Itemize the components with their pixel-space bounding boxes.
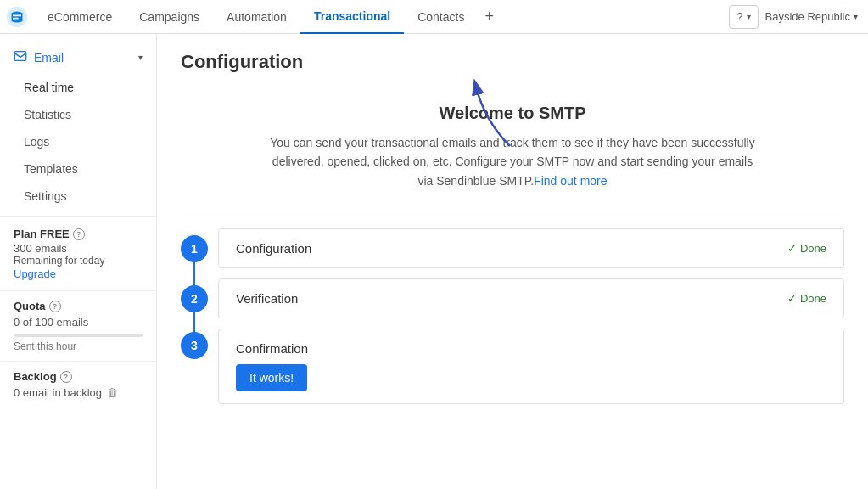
step-1-circle: 1	[181, 235, 208, 262]
logo[interactable]	[0, 0, 34, 34]
plan-section: Plan FREE ? 300 emails Remaining for tod…	[0, 216, 156, 290]
nav-automation[interactable]: Automation	[213, 0, 300, 34]
page-title: Configuration	[181, 51, 844, 73]
check-icon-1: ✓	[787, 242, 797, 255]
step-1-card: Configuration ✓ Done	[218, 228, 844, 268]
welcome-description: You can send your transactional emails a…	[266, 133, 759, 190]
sidebar-item-logs[interactable]: Logs	[0, 128, 156, 155]
svg-rect-1	[14, 52, 25, 61]
nav-right: ? ▾ Bayside Republic ▾	[729, 5, 868, 29]
backlog-title: Backlog ?	[14, 370, 143, 383]
account-chevron-icon: ▾	[854, 12, 858, 21]
nav-contacts[interactable]: Contacts	[404, 0, 478, 34]
sidebar-email-label: Email	[34, 51, 64, 65]
email-chevron-icon: ▾	[138, 53, 143, 62]
chevron-down-icon: ▾	[747, 12, 751, 21]
sendinblue-logo-icon	[6, 6, 28, 28]
upgrade-link[interactable]: Upgrade	[14, 267, 56, 280]
nav-ecommerce[interactable]: eCommerce	[34, 0, 126, 34]
plan-title: Plan FREE ?	[14, 228, 143, 240]
quota-bar	[14, 334, 143, 337]
step-3-card: Confirmation It works!	[218, 329, 844, 404]
account-label: Bayside Republic	[765, 10, 850, 23]
sidebar: Email ▾ Real time Statistics Logs Templa…	[0, 34, 157, 489]
check-icon-2: ✓	[787, 292, 797, 305]
step-3-title: Confirmation	[236, 341, 308, 356]
step-2-status: ✓ Done	[787, 292, 826, 305]
step-1-status: ✓ Done	[787, 242, 826, 255]
sidebar-item-settings[interactable]: Settings	[0, 183, 156, 210]
welcome-title: Welcome to SMTP	[198, 104, 827, 123]
sidebar-email-header[interactable]: Email ▾	[0, 41, 156, 74]
step-1-title: Configuration	[236, 241, 311, 256]
it-works-button[interactable]: It works!	[236, 364, 307, 391]
backlog-info-icon[interactable]: ?	[60, 371, 72, 383]
nav-help-button[interactable]: ? ▾	[729, 5, 758, 29]
nav-plus-button[interactable]: +	[478, 0, 501, 34]
welcome-section: Welcome to SMTP You can send your transa…	[181, 87, 844, 211]
backlog-value: 0 email in backlog 🗑	[14, 386, 143, 399]
steps-container: 1 Configuration ✓ Done 2 Verification ✓ …	[181, 228, 844, 404]
email-icon	[14, 49, 27, 65]
quota-title: Quota ?	[14, 300, 143, 312]
plan-remaining: Remaining for today	[14, 255, 143, 267]
backlog-section: Backlog ? 0 email in backlog 🗑	[0, 361, 156, 408]
plan-info-icon[interactable]: ?	[73, 228, 85, 240]
sent-label: Sent this hour	[14, 340, 143, 352]
sidebar-item-realtime[interactable]: Real time	[0, 74, 156, 101]
quota-value: 0 of 100 emails	[14, 316, 143, 329]
step-2: 2 Verification ✓ Done	[181, 278, 844, 318]
step-2-card: Verification ✓ Done	[218, 278, 844, 318]
nav-account-button[interactable]: Bayside Republic ▾	[765, 10, 858, 23]
nav-transactional[interactable]: Transactional	[300, 0, 404, 34]
main-content: Configuration Welcome to SMTP You can se…	[157, 34, 868, 489]
step-3: 3 Confirmation It works!	[181, 329, 844, 404]
step-2-circle: 2	[181, 285, 208, 312]
trash-icon[interactable]: 🗑	[107, 386, 118, 399]
nav-campaigns[interactable]: Campaigns	[126, 0, 213, 34]
sidebar-item-templates[interactable]: Templates	[0, 155, 156, 183]
sidebar-item-statistics[interactable]: Statistics	[0, 101, 156, 128]
step-1: 1 Configuration ✓ Done	[181, 228, 844, 268]
plan-emails: 300 emails	[14, 242, 143, 255]
step-3-circle: 3	[181, 332, 208, 359]
help-icon: ?	[736, 10, 742, 23]
nav-items: eCommerce Campaigns Automation Transacti…	[34, 0, 729, 34]
quota-section: Quota ? 0 of 100 emails Sent this hour	[0, 290, 156, 361]
step-2-title: Verification	[236, 291, 298, 306]
quota-info-icon[interactable]: ?	[49, 301, 61, 312]
top-nav: eCommerce Campaigns Automation Transacti…	[0, 0, 868, 34]
find-out-link[interactable]: Find out more	[534, 174, 607, 188]
